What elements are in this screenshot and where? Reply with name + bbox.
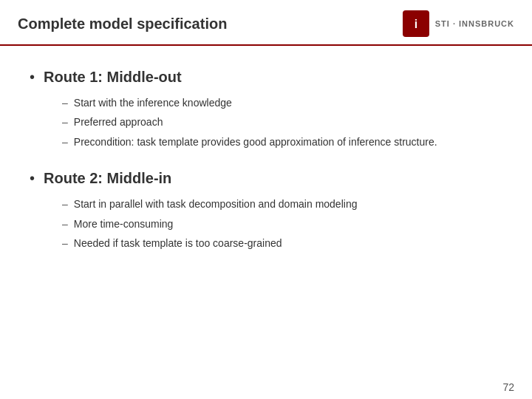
slide: Complete model specification i STI · INN…	[0, 0, 532, 399]
sub-dash: –	[62, 114, 68, 130]
slide-content: • Route 1: Middle-out – Start with the i…	[0, 46, 532, 375]
bullet-main-label-2: Route 2: Middle-in	[44, 168, 171, 188]
logo-text: STI · INNSBRUCK	[435, 19, 514, 28]
sub-dash: –	[62, 196, 68, 212]
bullet-section-2: • Route 2: Middle-in – Start in parallel…	[30, 168, 502, 251]
sub-item-text-1-1: Start with the inference knowledge	[74, 95, 232, 111]
sub-items-1: – Start with the inference knowledge – P…	[62, 95, 502, 150]
bullet-main-1: • Route 1: Middle-out	[30, 66, 502, 87]
sub-item-2-1: – Start in parallel with task decomposit…	[62, 196, 502, 212]
sub-item-1-2: – Preferred approach	[62, 114, 502, 130]
bullet-section-1: • Route 1: Middle-out – Start with the i…	[30, 66, 502, 150]
svg-text:i: i	[414, 18, 417, 30]
sti-logo-icon: i	[403, 10, 429, 37]
sub-dash: –	[62, 235, 68, 251]
logo-area: i STI · INNSBRUCK	[403, 10, 514, 37]
bullet-dot-2: •	[30, 168, 35, 188]
bullet-main-2: • Route 2: Middle-in	[30, 168, 502, 188]
bullet-dot-1: •	[30, 66, 35, 87]
sub-item-text-2-2: More time-consuming	[74, 216, 174, 232]
sub-dash: –	[62, 134, 68, 150]
sub-item-text-1-2: Preferred approach	[74, 114, 163, 130]
sub-item-1-1: – Start with the inference knowledge	[62, 95, 502, 111]
bullet-main-label-1: Route 1: Middle-out	[44, 66, 182, 87]
sub-dash: –	[62, 216, 68, 232]
slide-title: Complete model specification	[18, 16, 227, 33]
sub-item-text-2-3: Needed if task template is too coarse-gr…	[74, 235, 282, 251]
sub-items-2: – Start in parallel with task decomposit…	[62, 196, 502, 251]
sub-item-1-3: – Precondition: task template provides g…	[62, 134, 502, 150]
slide-footer: 72	[0, 375, 532, 399]
slide-header: Complete model specification i STI · INN…	[0, 0, 532, 46]
sub-item-2-3: – Needed if task template is too coarse-…	[62, 235, 502, 251]
sub-item-2-2: – More time-consuming	[62, 216, 502, 232]
sub-item-text-2-1: Start in parallel with task decompositio…	[74, 196, 358, 212]
sub-dash: –	[62, 95, 68, 111]
page-number: 72	[502, 381, 514, 393]
sub-item-text-1-3: Precondition: task template provides goo…	[74, 134, 437, 150]
